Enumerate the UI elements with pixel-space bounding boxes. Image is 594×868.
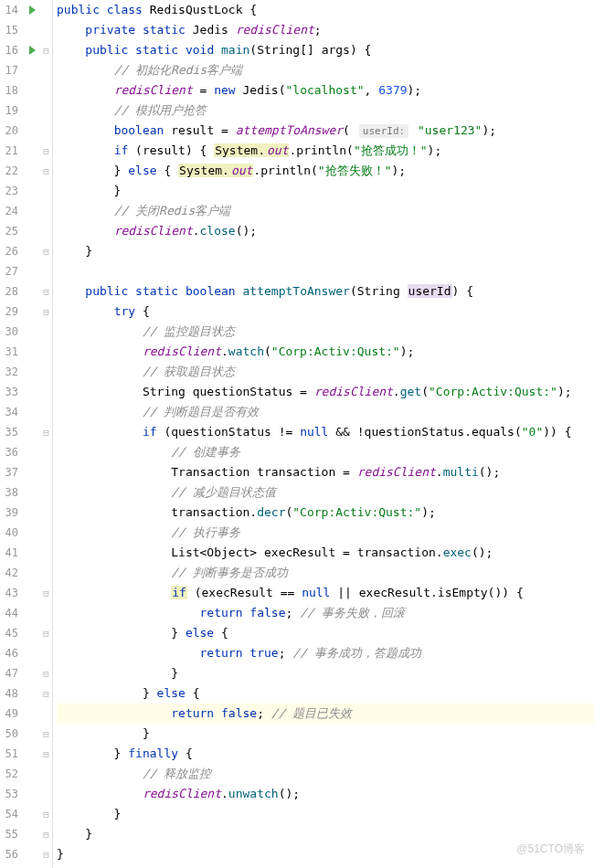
code-line[interactable]: // 模拟用户抢答 xyxy=(57,101,594,121)
line-number: 56 xyxy=(0,844,18,864)
code-line[interactable]: boolean result = attemptToAnswer( userId… xyxy=(57,121,594,141)
code-line[interactable]: String questionStatus = redisClient.get(… xyxy=(57,382,594,402)
fold-toggle-icon[interactable] xyxy=(40,241,52,261)
code-line[interactable]: } else { xyxy=(57,623,594,643)
token: // 初始化Redis客户端 xyxy=(114,63,243,77)
line-number: 18 xyxy=(0,80,18,101)
fold-toggle-icon[interactable] xyxy=(40,724,52,744)
token: multi xyxy=(443,465,479,479)
marker-slot xyxy=(24,643,40,663)
code-line[interactable]: } xyxy=(57,663,594,683)
token: // 判断题目是否有效 xyxy=(143,405,259,418)
code-line[interactable]: // 关闭Redis客户端 xyxy=(57,201,594,221)
code-line[interactable]: return true; // 事务成功，答题成功 xyxy=(57,643,594,663)
token: boolean xyxy=(114,123,164,137)
token: return xyxy=(200,646,243,660)
code-line[interactable]: } else { xyxy=(57,683,594,704)
token: out xyxy=(230,164,253,177)
code-line[interactable]: // 判断题目是否有效 xyxy=(57,402,594,422)
line-number: 51 xyxy=(0,744,18,764)
marker-slot xyxy=(24,121,40,141)
token: "Corp:Activ:Qust:" xyxy=(271,344,400,358)
marker-slot xyxy=(24,784,40,804)
fold-toggle-icon[interactable] xyxy=(40,744,52,764)
marker-slot xyxy=(24,80,40,101)
fold-toggle-icon[interactable] xyxy=(40,683,52,704)
line-number: 35 xyxy=(0,422,18,442)
fold-toggle-icon[interactable] xyxy=(40,40,52,60)
fold-toggle-icon[interactable] xyxy=(40,663,52,683)
fold-slot xyxy=(40,442,52,462)
code-line[interactable]: if (questionStatus != null && !questionS… xyxy=(57,422,594,442)
token: // 关闭Redis客户端 xyxy=(114,204,231,217)
fold-toggle-icon[interactable] xyxy=(40,623,52,643)
fold-toggle-icon[interactable] xyxy=(40,844,52,864)
line-number: 52 xyxy=(0,764,18,784)
code-line[interactable]: } xyxy=(57,824,594,844)
code-line[interactable]: private static Jedis redisClient; xyxy=(57,20,594,40)
token: class xyxy=(107,3,143,16)
code-line[interactable]: transaction.decr("Corp:Activ:Qust:"); xyxy=(57,503,594,523)
code-line[interactable]: return false; // 题目已失效 xyxy=(57,704,594,724)
code-line[interactable]: } xyxy=(57,804,594,824)
fold-toggle-icon[interactable] xyxy=(40,804,52,824)
token: if xyxy=(171,586,187,599)
code-line[interactable]: public static boolean attemptToAnswer(St… xyxy=(57,281,594,302)
fold-toggle-icon[interactable] xyxy=(40,824,52,844)
token: // 事务成功，答题成功 xyxy=(292,646,420,660)
token: static xyxy=(135,43,178,57)
token: redisClient xyxy=(114,224,193,238)
code-line[interactable]: redisClient.watch("Corp:Activ:Qust:"); xyxy=(57,342,594,362)
line-number: 32 xyxy=(0,362,18,382)
fold-toggle-icon[interactable] xyxy=(40,302,52,322)
code-line[interactable]: // 获取题目状态 xyxy=(57,362,594,382)
code-line[interactable]: redisClient = new Jedis("localhost", 637… xyxy=(57,80,594,101)
code-line[interactable]: if (execResult == null || execResult.isE… xyxy=(57,583,594,603)
code-line[interactable]: } xyxy=(57,241,594,261)
code-line[interactable]: return false; // 事务失败，回滚 xyxy=(57,603,594,623)
marker-slot xyxy=(24,221,40,241)
marker-slot xyxy=(24,60,40,80)
run-icon[interactable] xyxy=(29,46,36,55)
code-line[interactable]: redisClient.unwatch(); xyxy=(57,784,594,804)
run-icon[interactable] xyxy=(29,5,36,15)
code-editor[interactable]: 1415161718192021222324252627282930313233… xyxy=(0,0,594,868)
code-line[interactable]: if (result) { System.out.println("抢答成功！"… xyxy=(57,141,594,161)
code-line[interactable]: Transaction transaction = redisClient.mu… xyxy=(57,462,594,482)
code-line[interactable]: public class RedisQustLock { xyxy=(57,0,594,20)
fold-slot xyxy=(40,563,52,583)
code-line[interactable]: } xyxy=(57,844,594,864)
code-line[interactable]: redisClient.close(); xyxy=(57,221,594,241)
code-line[interactable]: // 判断事务是否成功 xyxy=(57,563,594,583)
code-line[interactable]: List<Object> execResult = transaction.ex… xyxy=(57,543,594,563)
code-line[interactable]: } xyxy=(57,724,594,744)
code-line[interactable]: } finally { xyxy=(57,744,594,764)
code-line[interactable]: // 创建事务 xyxy=(57,442,594,462)
code-line[interactable]: // 释放监控 xyxy=(57,764,594,784)
token: return xyxy=(200,606,243,619)
code-line[interactable]: } xyxy=(57,181,594,201)
fold-slot xyxy=(40,402,52,422)
token: 6379 xyxy=(378,83,407,97)
fold-toggle-icon[interactable] xyxy=(40,281,52,302)
marker-slot xyxy=(24,201,40,221)
marker-slot xyxy=(24,503,40,523)
code-line[interactable]: // 减少题目状态值 xyxy=(57,482,594,503)
code-line[interactable]: // 监控题目状态 xyxy=(57,322,594,342)
code-line[interactable]: try { xyxy=(57,302,594,322)
token: // 监控题目状态 xyxy=(143,324,235,338)
token: // 题目已失效 xyxy=(271,706,352,720)
code-line[interactable]: // 初始化Redis客户端 xyxy=(57,60,594,80)
fold-toggle-icon[interactable] xyxy=(40,583,52,603)
code-line[interactable] xyxy=(57,261,594,281)
fold-toggle-icon[interactable] xyxy=(40,422,52,442)
token: null xyxy=(302,586,330,599)
marker-slot xyxy=(24,543,40,563)
fold-toggle-icon[interactable] xyxy=(40,141,52,161)
code-line[interactable]: public static void main(String[] args) { xyxy=(57,40,594,60)
code-line[interactable]: // 执行事务 xyxy=(57,523,594,543)
code-area[interactable]: public class RedisQustLock { private sta… xyxy=(53,0,594,868)
fold-toggle-icon[interactable] xyxy=(40,161,52,181)
code-line[interactable]: } else { System.out.println("抢答失败！"); xyxy=(57,161,594,181)
token: else xyxy=(157,686,186,700)
